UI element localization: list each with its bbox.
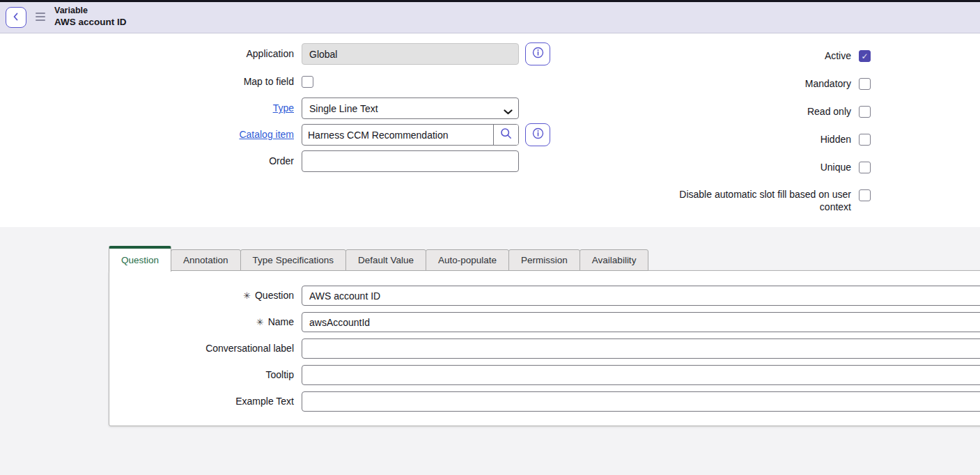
mandatory-checkbox[interactable] (859, 78, 871, 90)
search-icon (500, 127, 512, 142)
tab-auto-populate[interactable]: Auto-populate (426, 249, 509, 271)
tab-type-specifications[interactable]: Type Specifications (240, 249, 346, 271)
tab-default-value[interactable]: Default Value (345, 249, 426, 271)
example-text-field[interactable] (302, 391, 980, 412)
hidden-checkbox[interactable] (859, 134, 871, 146)
mandatory-asterisk-icon: ✳ (256, 317, 264, 327)
order-label: Order (0, 150, 294, 172)
active-label: Active (573, 50, 851, 62)
catalog-item-field[interactable] (302, 125, 493, 145)
catalog-item-reference (302, 124, 519, 146)
tab-availability[interactable]: Availability (580, 249, 649, 271)
tab-annotation[interactable]: Annotation (171, 249, 241, 271)
chevron-left-icon (12, 11, 20, 24)
active-checkbox[interactable]: ✓ (859, 50, 871, 62)
header-bar: Variable AWS account ID (0, 2, 980, 33)
tooltip-field[interactable] (302, 365, 980, 385)
catalog-item-label: Catalog item (0, 124, 294, 146)
example-text-label: Example Text (0, 391, 294, 412)
application-field[interactable] (302, 43, 519, 65)
catalog-item-lookup-button[interactable] (493, 125, 518, 145)
tooltip-label: Tooltip (0, 365, 294, 385)
order-field[interactable] (302, 150, 519, 172)
unique-checkbox[interactable] (859, 162, 871, 173)
unique-label: Unique (573, 162, 851, 173)
tab-bar: Question Annotation Type Specifications … (109, 245, 648, 271)
conversational-label-field[interactable] (302, 338, 980, 359)
hamburger-menu-icon[interactable] (36, 13, 45, 21)
record-type-title: Variable (54, 5, 127, 16)
disable-slot-fill-checkbox[interactable] (859, 189, 871, 201)
type-select[interactable]: Single Line Text (302, 98, 519, 119)
info-icon (532, 127, 544, 142)
read-only-checkbox[interactable] (859, 106, 871, 118)
catalog-item-info-button[interactable] (525, 123, 550, 146)
map-to-field-checkbox[interactable] (302, 76, 313, 88)
application-info-button[interactable] (525, 42, 550, 65)
type-label-link[interactable]: Type (273, 102, 294, 114)
check-icon: ✓ (861, 52, 868, 61)
record-name-subtitle: AWS account ID (54, 16, 127, 28)
mandatory-asterisk-icon: ✳ (243, 290, 251, 301)
type-label: Type (0, 98, 294, 119)
conversational-label-label: Conversational label (0, 338, 294, 359)
tab-permission[interactable]: Permission (508, 249, 580, 271)
info-icon (532, 47, 544, 61)
hidden-label: Hidden (573, 134, 851, 146)
question-field-label: ✳Question (0, 286, 294, 306)
type-select-wrap: Single Line Text (302, 98, 519, 119)
disable-slot-fill-label: Disable automatic slot fill based on use… (670, 188, 851, 213)
read-only-label: Read only (573, 106, 851, 118)
mandatory-label: Mandatory (573, 78, 851, 90)
name-field-label: ✳Name (0, 312, 294, 332)
catalog-item-label-link[interactable]: Catalog item (239, 129, 294, 140)
header-titles: Variable AWS account ID (54, 5, 127, 28)
tab-question[interactable]: Question (109, 246, 171, 272)
back-button[interactable] (6, 7, 26, 28)
map-to-field-label: Map to field (0, 76, 294, 88)
application-label: Application (0, 43, 294, 65)
name-field[interactable] (302, 312, 980, 332)
variable-record-page: Variable AWS account ID Application Map … (0, 0, 980, 475)
question-field[interactable] (302, 286, 980, 306)
